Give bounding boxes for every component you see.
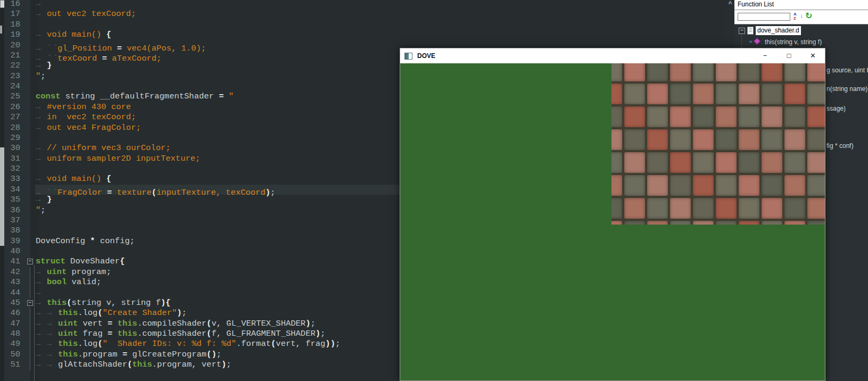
line-number[interactable]: 37 <box>0 216 26 226</box>
line-number[interactable]: 44 <box>0 288 26 298</box>
tree-item-file-label[interactable]: dove_shader.d <box>756 26 801 35</box>
paver-cell <box>611 175 622 196</box>
line-number[interactable]: 42 <box>0 267 26 277</box>
line-number[interactable]: 30 <box>0 143 26 153</box>
line-number[interactable]: 27 <box>0 112 26 122</box>
line-number[interactable]: 35 <box>0 195 26 205</box>
line-number[interactable]: 34 <box>0 185 26 195</box>
line-number[interactable]: 19 <box>0 30 26 40</box>
fold-cell <box>26 123 35 133</box>
line-number[interactable]: 28 <box>0 123 26 133</box>
paver-cell <box>693 198 714 219</box>
code-token: ; <box>310 319 315 328</box>
line-number[interactable]: 46 <box>0 308 26 318</box>
sort-az-icon[interactable]: A Z ↓ <box>793 12 803 21</box>
tree-item-clipped[interactable]: g source, uint t <box>826 65 868 75</box>
function-list-search-input[interactable] <box>738 13 790 21</box>
tree-item-file[interactable]: − dove_shader.d <box>734 26 868 36</box>
code-line[interactable]: 18 <box>0 20 726 30</box>
sort-arrow: ↓ <box>800 13 804 18</box>
paver-cell <box>624 129 645 150</box>
tab-whitespace-icon: → <box>36 30 47 40</box>
tree-item-function-label[interactable]: this(string v, string f) <box>765 37 822 47</box>
line-number[interactable]: 50 <box>0 350 26 360</box>
code-token: ; <box>40 205 45 215</box>
fold-line <box>30 288 30 298</box>
line-number[interactable]: 17 <box>0 9 26 19</box>
code-text[interactable]: → <box>35 0 726 9</box>
line-number[interactable]: 40 <box>0 246 26 256</box>
space-whitespace-icon: ·· <box>47 51 57 61</box>
code-line[interactable]: 19→void main() { <box>0 30 726 40</box>
function-list-toolbar: A Z ↓ ↻ <box>734 10 868 24</box>
paver-cell <box>611 152 622 173</box>
line-number[interactable]: 29 <box>0 133 26 143</box>
texture-image <box>611 63 825 225</box>
code-line[interactable]: 16→ <box>0 0 726 9</box>
line-number[interactable]: 45 <box>0 298 26 308</box>
refresh-icon[interactable]: ↻ <box>805 11 815 21</box>
paver-cell <box>611 84 622 104</box>
paver-cell <box>762 175 782 196</box>
fold-minus-icon[interactable]: − <box>27 300 33 306</box>
line-number[interactable]: 22 <box>0 61 26 71</box>
fold-cell <box>26 339 35 349</box>
paver-cell <box>762 152 782 173</box>
tree-item-clipped[interactable]: fig * conf) <box>826 141 854 151</box>
code-token: ( <box>97 308 102 318</box>
line-number[interactable]: 48 <box>0 329 26 339</box>
line-number[interactable]: 41 <box>0 256 26 267</box>
fold-cell <box>26 174 35 184</box>
minimize-button[interactable]: − <box>753 48 777 63</box>
code-text[interactable]: →void main() { <box>35 30 726 40</box>
line-number[interactable]: 18 <box>0 20 26 30</box>
code-token: } <box>47 195 52 204</box>
paver-cell <box>624 63 645 81</box>
tab-whitespace-icon: → <box>36 308 47 318</box>
scroll-up-arrow-icon[interactable]: ^ <box>726 0 734 9</box>
fold-line <box>30 319 30 329</box>
tab-whitespace-icon: → <box>36 154 47 164</box>
tree-item-clipped[interactable]: ssage) <box>826 104 846 113</box>
tree-item-function[interactable]: = this(string v, string f) <box>734 37 868 46</box>
line-number[interactable]: 23 <box>0 71 26 81</box>
line-number[interactable]: 51 <box>0 360 26 370</box>
fold-cell <box>26 308 35 318</box>
line-number[interactable]: 43 <box>0 277 26 287</box>
line-number[interactable]: 47 <box>0 319 26 329</box>
paver-cell <box>807 175 825 196</box>
line-number[interactable]: 20 <box>0 40 26 51</box>
fold-minus-icon[interactable]: − <box>27 259 33 264</box>
line-number[interactable]: 39 <box>0 236 26 246</box>
tab-whitespace-icon: → <box>36 174 47 184</box>
code-token: .log <box>78 308 97 318</box>
tab-whitespace-icon: → <box>36 360 47 370</box>
line-number[interactable]: 25 <box>0 92 26 102</box>
line-number[interactable]: 21 <box>0 51 26 61</box>
line-number[interactable]: 36 <box>0 205 26 216</box>
line-number[interactable]: 26 <box>0 102 26 112</box>
dove-titlebar[interactable]: DOVE − □ ✕ <box>400 48 825 63</box>
code-text[interactable] <box>35 20 726 30</box>
collapse-minus-icon[interactable]: − <box>739 28 745 34</box>
paver-cell <box>670 63 691 81</box>
code-token: { <box>106 174 111 184</box>
paver-cell <box>739 63 759 81</box>
paver-cell <box>647 152 668 173</box>
close-button[interactable]: ✕ <box>801 48 825 63</box>
line-number[interactable]: 24 <box>0 81 26 92</box>
line-number[interactable]: 38 <box>0 226 26 236</box>
line-number[interactable]: 31 <box>0 154 26 164</box>
tab-whitespace-icon: → <box>36 102 47 112</box>
line-number[interactable]: 32 <box>0 164 26 174</box>
tree-item-clipped[interactable]: n(string name) <box>826 84 867 94</box>
tab-whitespace-icon: → <box>47 329 58 339</box>
line-number[interactable]: 49 <box>0 339 26 349</box>
maximize-button[interactable]: □ <box>777 48 801 63</box>
code-line[interactable]: 17→out vec2 texCoord; <box>0 9 726 19</box>
line-number[interactable]: 33 <box>0 174 26 184</box>
code-text[interactable]: →out vec2 texCoord; <box>35 9 726 19</box>
paver-cell <box>716 106 737 127</box>
code-token: frag <box>78 329 108 338</box>
line-number[interactable]: 16 <box>0 0 26 9</box>
